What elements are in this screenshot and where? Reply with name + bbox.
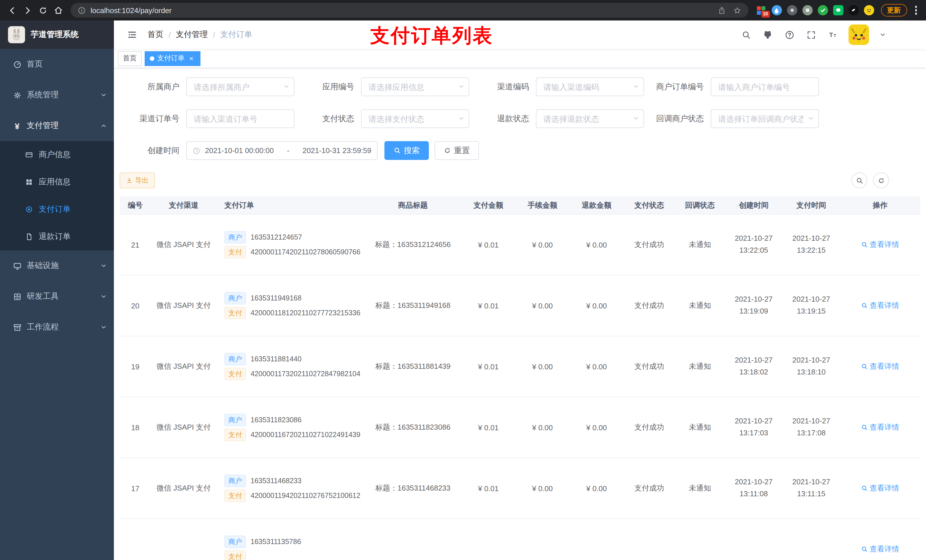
toggle-search-button[interactable] bbox=[851, 172, 867, 189]
chrome-update-button[interactable]: 更新 bbox=[881, 4, 907, 17]
channel-order-no: 4200001194202110276752100612 bbox=[251, 492, 360, 500]
breadcrumb-home[interactable]: 首页 bbox=[147, 30, 163, 40]
url-bar[interactable]: localhost:1024/pay/order bbox=[71, 3, 748, 18]
info-icon[interactable] bbox=[77, 6, 86, 15]
view-detail-link[interactable]: 查看详情 bbox=[861, 300, 899, 311]
notify-status-select[interactable] bbox=[711, 109, 819, 128]
pay-badge: 支付 bbox=[224, 550, 246, 560]
sidebar-item-workflow[interactable]: 工作流程 bbox=[0, 312, 114, 343]
sidebar-item-pay-order[interactable]: 支付订单 bbox=[0, 196, 114, 223]
tab-home[interactable]: 首页 bbox=[118, 51, 142, 66]
merchant-badge: 商户 bbox=[224, 414, 246, 426]
pay-time: 2021-10-27 13:17:08 bbox=[782, 415, 840, 439]
sidebar-item-payment[interactable]: ¥ 支付管理 bbox=[0, 110, 114, 141]
sidebar-item-label: 系统管理 bbox=[27, 90, 59, 100]
refresh-button[interactable] bbox=[873, 172, 889, 189]
filter-notify-status: 回调商户状态 bbox=[644, 109, 819, 128]
view-detail-link[interactable]: 查看详情 bbox=[861, 361, 899, 371]
refund-status-select[interactable] bbox=[536, 109, 644, 128]
extension-check-icon[interactable] bbox=[817, 5, 828, 15]
view-detail-link[interactable]: 查看详情 bbox=[861, 240, 899, 250]
screen: localhost:1024/pay/order 10 bbox=[0, 0, 926, 560]
extension-chat-icon[interactable] bbox=[833, 5, 843, 15]
sidebar-item-home[interactable]: 首页 bbox=[0, 49, 114, 80]
sidebar-item-system[interactable]: 系统管理 bbox=[0, 80, 114, 110]
back-icon[interactable] bbox=[5, 3, 20, 18]
merchant-badge: 商户 bbox=[224, 231, 246, 244]
filter-label: 创建时间 bbox=[120, 141, 186, 160]
extension-dark-icon[interactable] bbox=[787, 5, 797, 15]
app-title: 芋道管理系统 bbox=[31, 30, 79, 40]
create-time: 2021-10-27 13:18:02 bbox=[725, 355, 782, 378]
filter-merchant: 所属商户 bbox=[120, 77, 294, 96]
search-icon[interactable] bbox=[740, 29, 752, 41]
sidebar-item-devtools[interactable]: 研发工具 bbox=[0, 281, 114, 312]
fullscreen-icon[interactable] bbox=[805, 29, 817, 41]
table-row: 商户 1635311135786 支付 bbox=[120, 519, 920, 560]
tab-pay-order[interactable]: 支付订单 × bbox=[145, 51, 200, 66]
merchant-order-no-input[interactable] bbox=[711, 77, 819, 96]
date-range-picker[interactable]: 2021-10-01 00:00:00 - 2021-10-31 23:59:5… bbox=[186, 141, 378, 160]
home-icon[interactable] bbox=[51, 3, 66, 18]
refund-amount: ¥ 0.00 bbox=[569, 362, 623, 371]
pay-status-select[interactable] bbox=[361, 109, 469, 128]
yen-icon: ¥ bbox=[12, 121, 22, 130]
tab-pay-order-label: 支付订单 bbox=[157, 53, 185, 63]
font-size-icon[interactable]: TT bbox=[827, 29, 838, 41]
pay-time: 2021-10-27 13:11:15 bbox=[782, 476, 840, 500]
extension-grid-icon[interactable]: 10 bbox=[756, 5, 766, 15]
breadcrumb-section[interactable]: 支付管理 bbox=[176, 30, 208, 40]
view-detail-link[interactable]: 查看详情 bbox=[861, 483, 899, 494]
filter-row-2: 渠道订单号 支付状态 退款状态 bbox=[120, 109, 920, 128]
merchant-select[interactable] bbox=[186, 77, 294, 96]
pay-clock: 13:18:10 bbox=[782, 367, 840, 379]
hamburger-icon[interactable] bbox=[123, 25, 142, 44]
app-select[interactable] bbox=[361, 77, 469, 96]
pay-badge: 支付 bbox=[224, 307, 246, 319]
extension-drop-icon[interactable] bbox=[772, 5, 782, 15]
share-icon[interactable] bbox=[717, 6, 726, 15]
col-header-create-time: 创建时间 bbox=[725, 196, 782, 214]
user-avatar[interactable] bbox=[849, 24, 869, 45]
view-detail-link[interactable]: 查看详情 bbox=[861, 422, 899, 433]
export-button[interactable]: 导出 bbox=[120, 172, 155, 189]
caret-down-icon[interactable] bbox=[879, 31, 886, 38]
github-icon[interactable] bbox=[762, 29, 773, 41]
create-time: 2021-10-27 13:19:09 bbox=[725, 294, 782, 317]
profile-avatar-icon[interactable] bbox=[864, 5, 874, 15]
reset-button[interactable]: 重置 bbox=[434, 141, 479, 160]
create-clock: 13:19:09 bbox=[725, 306, 782, 318]
channel-order-no-input[interactable] bbox=[186, 109, 294, 128]
reload-icon[interactable] bbox=[35, 3, 51, 18]
merchant-order-line: 商户 1635311949168 bbox=[224, 292, 365, 305]
close-icon[interactable]: × bbox=[188, 54, 195, 62]
more-dots-icon[interactable] bbox=[915, 6, 917, 15]
app-logo[interactable]: 芋道管理系统 bbox=[0, 21, 114, 49]
view-detail-link[interactable]: 查看详情 bbox=[861, 544, 899, 554]
sidebar: 芋道管理系统 首页 系统管理 ¥ 支付管理 bbox=[0, 21, 114, 560]
merchant-order-no: 1635311468233 bbox=[251, 477, 301, 485]
forward-icon[interactable] bbox=[20, 3, 35, 18]
extension-bird-icon[interactable] bbox=[848, 5, 858, 15]
channel-order-line: 支付 4200001167202110271022491439 bbox=[224, 429, 365, 441]
sidebar-item-app-info[interactable]: 应用信息 bbox=[0, 169, 114, 196]
filter-label: 渠道编码 bbox=[469, 77, 536, 96]
sidebar-item-merchant-info[interactable]: 商户信息 bbox=[0, 141, 114, 169]
pay-status: 支付成功 bbox=[623, 361, 675, 371]
notify-status: 未通知 bbox=[675, 422, 725, 433]
question-icon[interactable] bbox=[784, 29, 795, 41]
filter-refund-status: 退款状态 bbox=[469, 109, 644, 128]
sidebar-item-refund-order[interactable]: 退款订单 bbox=[0, 223, 114, 251]
col-header-channel: 支付渠道 bbox=[151, 196, 216, 214]
merchant-order-no: 1635311881440 bbox=[251, 355, 301, 363]
app-shell: 芋道管理系统 首页 系统管理 ¥ 支付管理 bbox=[0, 21, 926, 560]
toolbar-right bbox=[851, 172, 889, 189]
sidebar-item-infra[interactable]: 基础设施 bbox=[0, 251, 114, 281]
extension-gray-icon[interactable] bbox=[802, 5, 813, 15]
star-icon[interactable] bbox=[733, 6, 741, 15]
channel-code-select[interactable] bbox=[536, 77, 644, 96]
sidebar-item-label: 支付管理 bbox=[27, 121, 59, 131]
pay-channel: 微信 JSAPI 支付 bbox=[151, 361, 216, 371]
search-button[interactable]: 搜索 bbox=[384, 141, 429, 160]
date-start: 2021-10-01 00:00:00 bbox=[205, 146, 274, 155]
